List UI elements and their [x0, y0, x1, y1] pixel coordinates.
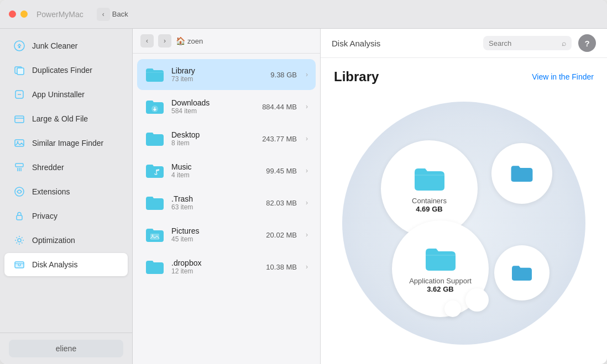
folder-info-downloads: Downloads 584 item: [171, 98, 255, 115]
folder-info-music: Music 4 item: [171, 162, 259, 179]
app-support-label: Application Support: [409, 277, 472, 285]
similar-image-icon: [13, 137, 25, 149]
containers-label: Containers: [412, 197, 447, 205]
nav-back-button[interactable]: ‹: [140, 34, 154, 48]
content-area: Junk Cleaner Duplicates Finder: [0, 29, 607, 364]
app-window: PowerMyMac ‹ Back Junk Cleaner: [0, 0, 607, 364]
folder-item-music[interactable]: Music 4 item 99.45 MB ›: [137, 155, 316, 186]
folder-name-music: Music: [171, 162, 259, 171]
chevron-icon-dropbox: ›: [306, 263, 308, 271]
middle-header: ‹ › 🏠 zoen: [133, 29, 320, 54]
titlebar: PowerMyMac ‹ Back: [0, 0, 607, 29]
sidebar-item-extensions[interactable]: Extensions: [4, 180, 128, 203]
sidebar-item-shredder[interactable]: Shredder: [4, 156, 128, 179]
folder-icon-desktop: [145, 129, 165, 149]
svg-point-8: [17, 141, 19, 143]
folder-icon-medium-1: [510, 163, 534, 183]
svg-point-10: [15, 187, 24, 196]
chevron-icon-pictures: ›: [306, 231, 308, 239]
shredder-icon: [13, 161, 25, 173]
folder-size-trash: 82.03 MB: [266, 199, 297, 207]
folder-item-dropbox[interactable]: .dropbox 12 item 10.38 MB ›: [137, 251, 316, 282]
middle-panel: ‹ › 🏠 zoen Library: [133, 29, 321, 364]
folder-count-desktop: 8 item: [171, 139, 255, 147]
folder-info-trash: .Trash 63 item: [171, 194, 259, 211]
view-in-finder-link[interactable]: View in the Finder: [532, 72, 594, 81]
folder-name-library: Library: [171, 66, 264, 75]
chevron-icon-library: ›: [306, 71, 308, 78]
folder-icon-pictures: [145, 225, 165, 245]
svg-rect-11: [17, 215, 22, 220]
optimization-label: Optimization: [32, 236, 75, 245]
sidebar-item-privacy[interactable]: Privacy: [4, 204, 128, 228]
breadcrumb: 🏠 zoen: [176, 36, 203, 45]
folder-item-pictures[interactable]: Pictures 45 item 20.02 MB ›: [137, 219, 316, 250]
close-button[interactable]: [9, 10, 16, 18]
folder-count-dropbox: 12 item: [171, 267, 259, 275]
extensions-icon: [13, 186, 25, 198]
extensions-label: Extensions: [32, 187, 70, 196]
folder-size-music: 99.45 MB: [266, 167, 297, 175]
search-box[interactable]: ⌕: [483, 36, 572, 50]
search-icon: ⌕: [562, 39, 566, 48]
home-icon: 🏠: [176, 36, 185, 45]
similar-image-label: Similar Image Finder: [32, 139, 103, 147]
optimization-icon: [13, 234, 25, 246]
library-header: Library View in the Finder: [334, 69, 594, 85]
folder-count-pictures: 45 item: [171, 235, 259, 243]
svg-rect-1: [19, 46, 20, 48]
folder-size-desktop: 243.77 MB: [262, 135, 297, 143]
bubble-medium-top-right[interactable]: [491, 143, 552, 204]
folder-item-library[interactable]: Library 73 item 9.38 GB ›: [137, 59, 316, 90]
chevron-icon-music: ›: [306, 167, 308, 175]
minimize-button[interactable]: [20, 10, 28, 18]
sidebar-item-optimization[interactable]: Optimization: [4, 229, 128, 252]
traffic-lights: [9, 10, 28, 18]
folder-item-trash[interactable]: .Trash 63 item 82.03 MB ›: [137, 187, 316, 218]
nav-forward-button[interactable]: ›: [158, 34, 171, 48]
folder-icon-app-support: [424, 245, 457, 273]
folder-size-downloads: 884.44 MB: [262, 103, 297, 111]
disk-analysis-label: Disk Analysis: [32, 260, 77, 269]
disk-analysis-header-title: Disk Analysis: [332, 39, 380, 48]
folder-count-trash: 63 item: [171, 203, 259, 211]
folder-icon-containers: [413, 165, 446, 193]
folder-name-trash: .Trash: [171, 194, 259, 203]
svg-rect-13: [15, 262, 24, 268]
folder-icon-downloads: [145, 97, 165, 117]
sidebar-item-disk-analysis[interactable]: Disk Analysis: [4, 253, 128, 276]
svg-rect-6: [15, 116, 24, 123]
folder-name-downloads: Downloads: [171, 98, 255, 107]
sidebar-item-app-uninstaller[interactable]: App Uninstaller: [4, 83, 128, 106]
folder-item-downloads[interactable]: Downloads 584 item 884.44 MB ›: [137, 91, 316, 122]
search-input[interactable]: [489, 39, 558, 48]
folder-icon-trash: [145, 193, 165, 213]
chevron-icon-downloads: ›: [306, 103, 308, 110]
folder-item-desktop[interactable]: Desktop 8 item 243.77 MB ›: [137, 123, 316, 154]
junk-cleaner-icon: [13, 40, 25, 52]
folder-icon-library: [145, 65, 165, 85]
sidebar-items: Junk Cleaner Duplicates Finder: [0, 29, 132, 333]
sidebar-item-duplicates-finder[interactable]: Duplicates Finder: [4, 59, 128, 82]
folder-name-desktop: Desktop: [171, 130, 255, 139]
svg-rect-3: [17, 68, 24, 75]
sidebar-item-large-old-file[interactable]: Large & Old File: [4, 107, 128, 130]
back-nav-label[interactable]: Back: [110, 8, 130, 21]
help-button[interactable]: ?: [578, 34, 596, 52]
containers-size: 4.69 GB: [416, 205, 442, 213]
chevron-icon-desktop: ›: [306, 135, 308, 143]
bubble-small-2[interactable]: [444, 300, 461, 317]
folder-info-desktop: Desktop 8 item: [171, 130, 255, 147]
bubble-medium-bottom-right[interactable]: [494, 245, 550, 300]
sidebar-item-similar-image[interactable]: Similar Image Finder: [4, 131, 128, 155]
back-nav-left[interactable]: ‹: [97, 8, 110, 21]
sidebar-item-junk-cleaner[interactable]: Junk Cleaner: [4, 34, 128, 57]
folder-icon-music: [145, 161, 165, 181]
folder-size-library: 9.38 GB: [270, 71, 297, 79]
app-support-size: 3.62 GB: [427, 285, 453, 293]
svg-rect-9: [15, 163, 23, 167]
bubble-small-1[interactable]: [465, 288, 489, 312]
user-label[interactable]: eliene: [9, 340, 123, 357]
svg-rect-7: [15, 140, 24, 146]
sidebar-footer: eliene: [0, 333, 132, 364]
